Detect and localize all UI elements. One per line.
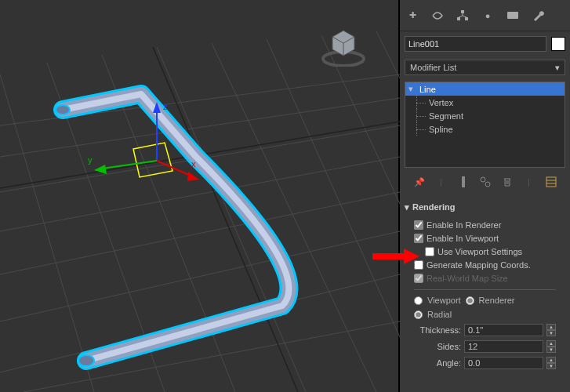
use-viewport-settings-row: Use Viewport Settings [414, 245, 556, 258]
hierarchy-tab-icon[interactable] [455, 8, 470, 24]
renderer-radio[interactable] [466, 296, 474, 305]
real-world-map-label: Real-World Map Size [427, 274, 508, 283]
thickness-row: Thickness: 0.1" ▲▼ [414, 322, 556, 338]
sides-row: Sides: 12 ▲▼ [414, 339, 556, 354]
radial-radio[interactable] [414, 310, 423, 319]
twisty-icon[interactable]: ▾ [408, 84, 416, 94]
thickness-input[interactable]: 0.1" [464, 324, 543, 336]
viewport[interactable]: z y x [0, 0, 400, 392]
enable-in-renderer-checkbox[interactable] [414, 220, 423, 230]
create-tab-icon[interactable]: ✚ [405, 8, 420, 24]
enable-in-viewport-checkbox[interactable] [414, 234, 423, 243]
angle-spinner[interactable]: ▲▼ [546, 357, 556, 369]
svg-line-6 [0, 274, 400, 372]
thickness-label: Thickness: [414, 325, 461, 335]
svg-line-13 [267, 39, 400, 337]
renderer-radio-label: Renderer [479, 296, 515, 305]
command-panel: ✚ ● Modifier List ▾ ▾ Line Vertex Segmen… [400, 0, 570, 392]
svg-line-15 [376, 31, 400, 78]
subobject-vertex[interactable]: Vertex [405, 96, 565, 109]
svg-point-38 [485, 182, 490, 187]
svg-line-4 [0, 192, 400, 274]
use-viewport-settings-label: Use Viewport Settings [437, 247, 522, 256]
modify-tab-icon[interactable] [430, 8, 445, 24]
make-unique-icon[interactable] [479, 176, 492, 188]
motion-tab-icon[interactable]: ● [480, 8, 496, 24]
svg-line-10 [102, 55, 235, 392]
rendering-rollout: ▾ Rendering Enable In Renderer Enable In… [405, 199, 565, 375]
viewport-renderer-radio-row: Viewport Renderer [414, 293, 556, 307]
svg-rect-34 [465, 17, 468, 20]
svg-point-37 [481, 177, 485, 182]
viewcube[interactable] [320, 20, 367, 67]
svg-line-12 [212, 43, 376, 392]
thickness-spinner[interactable]: ▲▼ [546, 324, 556, 336]
command-panel-tabs: ✚ ● [400, 0, 570, 31]
stack-toolbar: 📌 | | [400, 171, 570, 196]
modifier-stack[interactable]: ▾ Line Vertex Segment Spline [405, 82, 565, 168]
angle-row: Angle: 0.0 ▲▼ [414, 355, 556, 371]
sides-input[interactable]: 12 [464, 340, 543, 353]
use-viewport-settings-checkbox[interactable] [425, 247, 434, 256]
enable-in-viewport-row: Enable In Viewport [414, 232, 556, 245]
radial-radio-row: Radial [414, 307, 556, 321]
modifier-list-dropdown[interactable]: Modifier List ▾ [405, 60, 565, 75]
subobject-spline[interactable]: Spline [405, 122, 565, 136]
rendering-rollout-title: Rendering [412, 202, 455, 212]
remove-modifier-icon[interactable] [501, 176, 514, 188]
enable-in-renderer-label: Enable In Renderer [427, 220, 501, 230]
svg-line-8 [0, 74, 94, 392]
svg-rect-32 [461, 10, 464, 13]
object-color-swatch[interactable] [551, 37, 565, 51]
real-world-map-checkbox [414, 274, 423, 283]
subobject-segment[interactable]: Segment [405, 109, 565, 122]
enable-in-renderer-row: Enable In Renderer [414, 219, 556, 231]
enable-in-viewport-label: Enable In Viewport [427, 234, 499, 243]
chevron-down-icon: ▾ [555, 63, 560, 73]
object-name-input[interactable] [405, 36, 546, 52]
display-tab-icon[interactable] [505, 8, 521, 24]
svg-line-17 [153, 47, 298, 392]
modifier-stack-root-label: Line [419, 85, 436, 94]
rendering-rollout-header[interactable]: ▾ Rendering [405, 199, 565, 215]
svg-rect-35 [507, 12, 518, 19]
show-end-result-icon[interactable] [457, 176, 470, 188]
viewport-radio[interactable] [414, 296, 423, 305]
pin-stack-icon[interactable]: 📌 [413, 176, 426, 188]
utilities-tab-icon[interactable] [530, 8, 546, 24]
svg-line-11 [157, 47, 306, 392]
svg-marker-31 [404, 249, 419, 264]
svg-line-3 [0, 157, 400, 231]
radial-radio-label: Radial [427, 310, 452, 319]
annotation-arrow [372, 247, 419, 266]
configure-modifier-sets-icon[interactable] [545, 176, 557, 188]
svg-rect-36 [462, 176, 465, 187]
svg-rect-33 [457, 17, 460, 20]
real-world-map-row: Real-World Map Size [414, 272, 556, 285]
svg-rect-39 [546, 177, 556, 187]
generate-mapping-label: Generate Mapping Coords. [427, 260, 531, 270]
svg-line-1 [0, 98, 400, 157]
viewport-radio-label: Viewport [427, 296, 461, 305]
twisty-icon: ▾ [405, 202, 409, 212]
angle-label: Angle: [414, 358, 461, 368]
modifier-stack-root[interactable]: ▾ Line [405, 82, 565, 96]
modifier-list-label: Modifier List [410, 63, 456, 72]
sides-label: Sides: [414, 342, 461, 351]
angle-input[interactable]: 0.0 [464, 357, 543, 369]
svg-line-16 [0, 122, 400, 188]
generate-mapping-row: Generate Mapping Coords. [414, 259, 556, 271]
sides-spinner[interactable]: ▲▼ [546, 340, 556, 353]
